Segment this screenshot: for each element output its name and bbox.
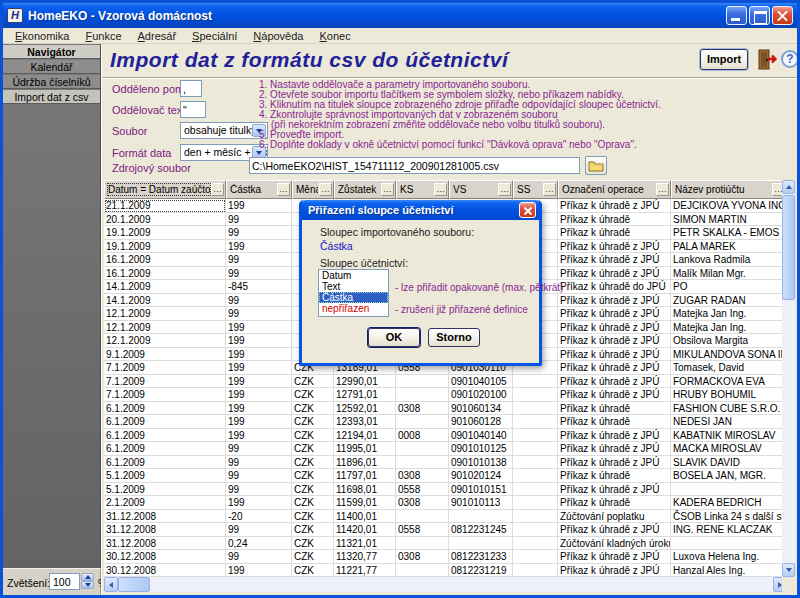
table-cell: 16.1.2009 <box>104 253 226 267</box>
table-cell: 14.1.2009 <box>104 294 226 308</box>
menu-item-npovda[interactable]: Nápověda <box>245 29 311 43</box>
menu-item-ekonomika[interactable]: Ekonomika <box>7 29 77 43</box>
table-cell: 0308 <box>396 496 449 510</box>
table-cell: 199 <box>226 240 292 254</box>
menu-item-konec[interactable]: Konec <box>311 29 358 43</box>
listbox-item-text[interactable]: Text <box>319 281 388 292</box>
table-cell: 11599,01 <box>334 496 396 510</box>
instructions: 1. Nastavte oddělovače a parametry impor… <box>259 80 699 150</box>
column-more-button[interactable]: … <box>498 183 511 196</box>
table-row[interactable]: 30.12.200899CZK11320,7703080812231233Pří… <box>104 550 787 564</box>
column-header-8[interactable]: Název protiúčtu… <box>671 180 787 199</box>
table-row[interactable]: 6.1.2009199CZK12393,01901060128Příkaz k … <box>104 415 787 429</box>
import-button[interactable]: Import <box>700 49 748 70</box>
sidebar-item-import-dat-z-csv[interactable]: Import dat z csv <box>3 90 100 104</box>
vertical-scrollbar[interactable] <box>782 180 795 577</box>
spin-down-icon[interactable] <box>81 581 94 589</box>
menu-item-adres[interactable]: Adresář <box>130 29 185 43</box>
table-cell: 7.1.2009 <box>104 388 226 402</box>
scroll-down-icon[interactable] <box>782 563 795 577</box>
table-cell: 12592,01 <box>334 402 396 416</box>
table-row[interactable]: 6.1.200999CZK11896,010901010138Příkaz k … <box>104 456 787 470</box>
column-more-button[interactable]: … <box>381 183 394 196</box>
table-row[interactable]: 5.1.200999CZK11797,010308901020124Příkaz… <box>104 469 787 483</box>
table-cell: FASHION CUBE S.R.O. <box>671 402 787 416</box>
column-more-button[interactable]: … <box>656 183 669 196</box>
table-row[interactable]: 2.1.2009199CZK11599,010308901010113Příka… <box>104 496 787 510</box>
table-cell: 99 <box>226 226 292 240</box>
column-header-5[interactable]: VS… <box>449 180 513 199</box>
column-header-1[interactable]: Částka… <box>226 180 292 199</box>
table-cell: 30.12.2008 <box>104 564 226 578</box>
zoom-stepper[interactable] <box>81 573 94 590</box>
table-cell: 11221,77 <box>334 564 396 578</box>
table-cell: 0901010125 <box>449 442 513 456</box>
table-cell: Příkaz k úhradě z JPÚ <box>558 294 671 308</box>
table-row[interactable]: 7.1.2009199CZK12990,010901040105Příkaz k… <box>104 375 787 389</box>
scroll-left-icon[interactable] <box>104 577 118 592</box>
source-file-input[interactable] <box>249 157 580 174</box>
column-more-button[interactable]: … <box>434 183 447 196</box>
table-cell: CZK <box>292 388 334 402</box>
sidebar-item-navig-tor[interactable]: Navigátor <box>3 45 100 59</box>
column-more-button[interactable]: … <box>211 183 224 196</box>
listbox-item--stka[interactable]: Částka <box>319 292 388 303</box>
column-header-3[interactable]: Zůstatek… <box>334 180 396 199</box>
listbox-item-datum[interactable]: Datum <box>319 270 388 281</box>
column-header-7[interactable]: Označení operace… <box>558 180 671 199</box>
text-delimiter-input[interactable] <box>180 101 206 118</box>
table-cell: 99 <box>226 294 292 308</box>
maximize-button[interactable] <box>749 6 770 25</box>
column-more-button[interactable]: … <box>277 183 290 196</box>
column-header-4[interactable]: KS… <box>396 180 449 199</box>
separator-input[interactable] <box>180 80 202 97</box>
table-cell: Příkaz k úhradě z JPÚ <box>558 199 671 213</box>
table-cell: Příkaz k úhradě z JPÚ <box>558 240 671 254</box>
close-button[interactable] <box>772 6 793 25</box>
sidebar-item-kalend-[interactable]: Kalendář <box>3 60 100 74</box>
scroll-up-icon[interactable] <box>782 180 795 194</box>
vscroll-thumb[interactable] <box>782 195 795 300</box>
hscroll-thumb[interactable] <box>118 577 150 592</box>
column-more-button[interactable]: … <box>543 183 556 196</box>
ok-button[interactable]: OK <box>368 328 420 347</box>
folder-icon[interactable] <box>585 156 607 175</box>
table-cell: 0901010138 <box>449 456 513 470</box>
table-row[interactable]: 31.12.2008-20CZK11400,01Zúčtování poplat… <box>104 510 787 524</box>
column-header-6[interactable]: SS… <box>513 180 558 199</box>
table-cell: 11321,01 <box>334 537 396 551</box>
table-row[interactable]: 31.12.200899CZK11420,0105580812231245Pří… <box>104 523 787 537</box>
column-more-button[interactable]: … <box>319 183 332 196</box>
minimize-button[interactable] <box>726 6 747 25</box>
sidebar-item--dr-ba-seln-k-[interactable]: Údržba číselníků <box>3 75 100 89</box>
column-header-label: Datum = Datum zaúčtování <box>108 184 210 195</box>
menu-item-speciln[interactable]: Speciální <box>184 29 245 43</box>
table-cell: 99 <box>226 469 292 483</box>
horizontal-scrollbar[interactable] <box>104 577 787 592</box>
table-row[interactable]: 6.1.200999CZK11995,010901010125Příkaz k … <box>104 442 787 456</box>
dialog-close-icon[interactable] <box>519 202 536 218</box>
table-cell: 199 <box>226 375 292 389</box>
column-header-2[interactable]: Měna… <box>292 180 334 199</box>
table-row[interactable]: 5.1.200999CZK11698,0105580901010151Příka… <box>104 483 787 497</box>
exit-door-icon[interactable] <box>755 48 779 71</box>
table-cell: 16.1.2009 <box>104 267 226 281</box>
table-row[interactable]: 6.1.2009199CZK12194,0100080901040140Přík… <box>104 429 787 443</box>
accounting-column-listbox[interactable]: DatumTextČástkanepřiřazen <box>318 269 389 317</box>
menu-item-funkce[interactable]: Funkce <box>77 29 129 43</box>
table-cell: SIMON MARTIN <box>671 213 787 227</box>
table-row[interactable]: 7.1.2009199CZK12791,010901020100Příkaz k… <box>104 388 787 402</box>
listbox-item-nep-i-azen[interactable]: nepřiřazen <box>319 303 388 314</box>
table-row[interactable]: 6.1.2009199CZK12592,010308901060134Příka… <box>104 402 787 416</box>
cancel-button[interactable]: Storno <box>428 328 480 347</box>
table-cell: 0308 <box>396 550 449 564</box>
table-row[interactable]: 30.12.2008199CZK11221,770812231219Příkaz… <box>104 564 787 578</box>
table-cell <box>396 564 449 578</box>
help-icon[interactable]: ? <box>781 50 799 68</box>
table-cell: Příkaz k úhradě z JPÚ <box>558 307 671 321</box>
zoom-input[interactable] <box>49 573 80 590</box>
file-mode-select[interactable]: obsahuje titulky <box>180 122 268 139</box>
table-row[interactable]: 31.12.20080,24CZK11321,01Zúčtování kladn… <box>104 537 787 551</box>
spin-up-icon[interactable] <box>81 573 94 581</box>
column-header-0[interactable]: Datum = Datum zaúčtování… <box>104 180 226 199</box>
